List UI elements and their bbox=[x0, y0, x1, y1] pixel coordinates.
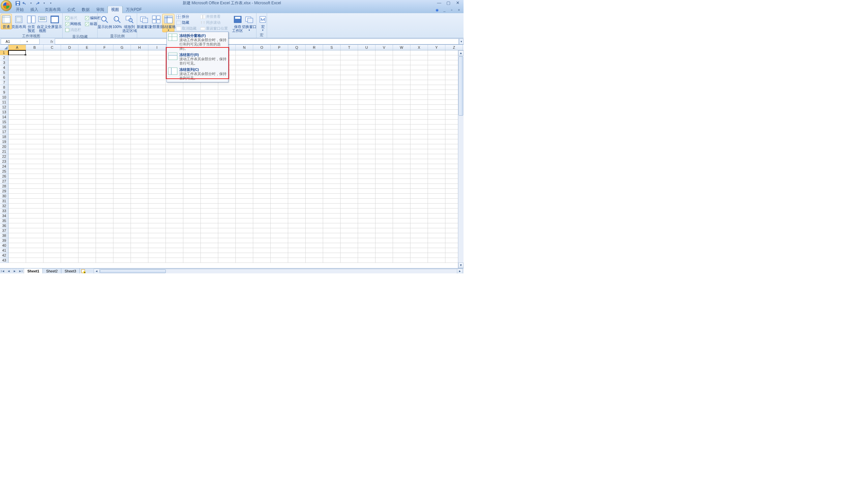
row-header[interactable]: 9 bbox=[0, 90, 8, 95]
row-header[interactable]: 15 bbox=[0, 120, 8, 125]
row-header[interactable]: 27 bbox=[0, 179, 8, 184]
hide-button[interactable]: 隐藏 bbox=[175, 20, 198, 25]
sheet-tab[interactable]: Sheet2 bbox=[43, 268, 61, 274]
row-header[interactable]: 12 bbox=[0, 105, 8, 110]
row-header[interactable]: 13 bbox=[0, 110, 8, 115]
column-header[interactable]: Q bbox=[288, 45, 306, 50]
column-header[interactable]: W bbox=[393, 45, 411, 50]
save-workspace-button[interactable]: 保存 工作区 bbox=[232, 14, 243, 33]
row-header[interactable]: 3 bbox=[0, 60, 8, 65]
row-header[interactable]: 8 bbox=[0, 85, 8, 90]
column-header[interactable]: I bbox=[148, 45, 166, 50]
tab-数据[interactable]: 数据 bbox=[79, 6, 93, 13]
maximize-button[interactable]: ▢ bbox=[444, 0, 453, 5]
row-header[interactable]: 4 bbox=[0, 65, 8, 70]
sheet-nav-first-icon[interactable]: I◄ bbox=[0, 268, 6, 274]
ribbon-restore-button[interactable]: ▫ bbox=[449, 7, 454, 13]
column-header[interactable]: Y bbox=[428, 45, 445, 50]
row-header[interactable]: 26 bbox=[0, 174, 8, 179]
row-header[interactable]: 21 bbox=[0, 149, 8, 154]
freeze-top-row-item[interactable]: 冻结首行(R)滚动工作表其余部分时，保持首行可见。 bbox=[168, 52, 227, 67]
view-normal-button[interactable]: 普通 bbox=[1, 14, 12, 29]
sheet-nav-prev-icon[interactable]: ◄ bbox=[6, 268, 12, 274]
row-header[interactable]: 42 bbox=[0, 253, 8, 258]
undo-icon[interactable] bbox=[22, 1, 27, 6]
column-header[interactable]: E bbox=[79, 45, 96, 50]
formula-expand-icon[interactable]: ▾ bbox=[459, 38, 464, 44]
cells-area[interactable] bbox=[8, 50, 464, 263]
row-header[interactable]: 36 bbox=[0, 223, 8, 228]
tab-插入[interactable]: 插入 bbox=[27, 6, 41, 13]
row-header[interactable]: 35 bbox=[0, 218, 8, 223]
row-header[interactable]: 17 bbox=[0, 129, 8, 134]
column-header[interactable]: T bbox=[341, 45, 358, 50]
tab-公式[interactable]: 公式 bbox=[64, 6, 79, 13]
row-header[interactable]: 32 bbox=[0, 203, 8, 209]
office-button[interactable] bbox=[1, 0, 12, 11]
fx-icon[interactable]: fx bbox=[49, 39, 55, 43]
chevron-down-icon[interactable]: ▾ bbox=[28, 1, 34, 6]
sheet-nav-last-icon[interactable]: ►I bbox=[18, 268, 24, 274]
column-header[interactable]: F bbox=[96, 45, 114, 50]
redo-icon[interactable] bbox=[35, 1, 40, 6]
column-header[interactable]: G bbox=[114, 45, 131, 50]
row-header[interactable]: 2 bbox=[0, 55, 8, 60]
macros-button[interactable]: 宏 ▾ bbox=[257, 14, 269, 32]
row-header[interactable]: 33 bbox=[0, 209, 8, 214]
tab-开始[interactable]: 开始 bbox=[13, 6, 27, 13]
freeze-first-column-item[interactable]: 冻结首列(C)滚动工作表其余部分时，保持首列可见。 bbox=[168, 67, 227, 82]
sheet-tab[interactable]: Sheet3 bbox=[61, 268, 80, 274]
qat-customize-icon[interactable]: ▾ bbox=[48, 1, 53, 6]
zoom-to-selection-button[interactable]: 缩放到 选定区域 bbox=[123, 14, 137, 33]
column-header[interactable]: H bbox=[131, 45, 148, 50]
arrange-all-button[interactable]: 全部重排 bbox=[150, 14, 162, 29]
switch-windows-button[interactable]: 切换窗口 ▾ bbox=[243, 14, 256, 32]
formula-input[interactable] bbox=[55, 38, 459, 44]
freeze-panes-button[interactable]: 冻结窗格 ▾ bbox=[162, 14, 174, 32]
view-fullscreen-button[interactable]: 全屏显示 bbox=[48, 14, 62, 29]
column-header[interactable]: X bbox=[411, 45, 428, 50]
column-header[interactable]: P bbox=[271, 45, 288, 50]
new-window-button[interactable]: 新建窗口 bbox=[138, 14, 150, 29]
row-header[interactable]: 38 bbox=[0, 233, 8, 238]
row-header[interactable]: 16 bbox=[0, 125, 8, 129]
horizontal-scrollbar[interactable]: ◄ ► bbox=[93, 269, 463, 274]
row-header[interactable]: 39 bbox=[0, 238, 8, 243]
row-header[interactable]: 31 bbox=[0, 199, 8, 203]
row-header[interactable]: 23 bbox=[0, 159, 8, 164]
scroll-right-icon[interactable]: ► bbox=[457, 269, 463, 273]
column-header[interactable]: O bbox=[253, 45, 271, 50]
sheet-tab[interactable]: Sheet1 bbox=[24, 268, 43, 274]
column-header[interactable]: R bbox=[306, 45, 323, 50]
row-header[interactable]: 18 bbox=[0, 134, 8, 139]
row-header[interactable]: 19 bbox=[0, 139, 8, 144]
view-custom-button[interactable]: 自定义 视图 bbox=[37, 14, 48, 33]
row-header[interactable]: 37 bbox=[0, 228, 8, 233]
split-button[interactable]: 拆分 bbox=[175, 14, 198, 19]
scroll-thumb[interactable] bbox=[100, 269, 166, 273]
row-header[interactable]: 14 bbox=[0, 115, 8, 120]
save-icon[interactable] bbox=[15, 1, 20, 6]
row-header[interactable]: 29 bbox=[0, 189, 8, 194]
column-header[interactable]: Z bbox=[445, 45, 463, 50]
scroll-down-icon[interactable]: ▼ bbox=[458, 263, 464, 268]
row-header[interactable]: 11 bbox=[0, 100, 8, 105]
sheet-nav-next-icon[interactable]: ► bbox=[12, 268, 18, 274]
scroll-up-icon[interactable]: ▲ bbox=[458, 50, 464, 56]
row-header[interactable]: 24 bbox=[0, 164, 8, 169]
row-header[interactable]: 25 bbox=[0, 169, 8, 174]
zoom-button[interactable]: 显示比例 bbox=[98, 14, 112, 29]
help-icon[interactable]: ◉ bbox=[434, 7, 440, 13]
row-header[interactable]: 28 bbox=[0, 184, 8, 189]
column-header[interactable]: N bbox=[236, 45, 253, 50]
column-header[interactable]: A bbox=[8, 45, 26, 50]
row-header[interactable]: 6 bbox=[0, 75, 8, 80]
freeze-split-panes-item[interactable]: 冻结拆分窗格(F)滚动工作表其余部分时，保持行和列可见(基于当前的选择)。 bbox=[168, 33, 227, 52]
row-header[interactable]: 5 bbox=[0, 70, 8, 75]
column-header[interactable]: D bbox=[61, 45, 79, 50]
column-header[interactable]: C bbox=[44, 45, 61, 50]
select-all-corner[interactable] bbox=[0, 45, 8, 50]
zoom-100-button[interactable]: 1 100% bbox=[112, 14, 123, 29]
row-header[interactable]: 1 bbox=[0, 50, 8, 55]
gridlines-checkbox[interactable]: ✓网格线 bbox=[64, 21, 82, 27]
